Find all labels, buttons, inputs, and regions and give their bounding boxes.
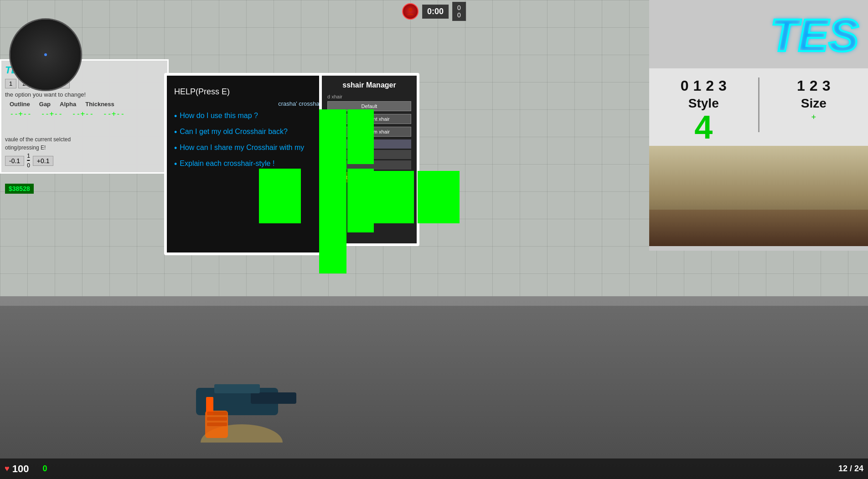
green-block-4 [347,169,374,232]
load-label: d xhair [327,94,411,99]
top-hud: 0:00 0 0 [398,0,470,23]
minimap [9,18,82,91]
svg-rect-9 [207,422,227,426]
green-block-3 [347,109,374,164]
svg-rect-3 [251,392,296,404]
green-block-2 [259,169,301,223]
ammo-display: 12 / 24 [838,464,863,474]
size-num-3: 3 [822,77,831,94]
size-num-2: 2 [810,77,818,94]
minimap-inner [10,20,81,90]
right-inset-view [649,146,868,246]
tes-text: TES [770,9,859,62]
health-value: 100 [12,463,29,475]
ammo-current: 12 [838,464,847,473]
svg-rect-8 [207,417,227,421]
style-big-number: 4 [658,111,749,144]
crosshair-sym-1: --+-- [10,109,31,118]
left-panel-prompt: the option you want to change! [5,91,164,98]
crosshair-size-icon: + [769,113,859,122]
bottom-hud: ♥ 100 0 12 / 24 [0,458,868,479]
help-item-4[interactable]: • Explain each crosshair-style ! [174,160,323,169]
bullet-2: • [174,128,177,137]
crosshair-sym-2: --+-- [41,109,62,118]
style-section: 0 1 2 3 Style 4 + [658,77,749,155]
help-board: HELP(Press E) crasha' crosshair • How do… [164,73,333,255]
style-num-0: 0 [681,77,689,94]
money-display: $38528 [5,184,34,194]
health-display: ♥ 100 [5,463,29,475]
manager-title: sshair Manager [327,81,411,89]
player-hands [160,274,342,479]
bullet-4: • [174,160,177,169]
svg-point-0 [408,8,412,11]
size-numbers: 1 2 3 [769,77,859,94]
value-section: vaule of the current selcted oting/press… [5,136,164,169]
bullet-3: • [174,144,177,153]
floor [0,306,868,479]
stepper-row: -0.1 1 0 +0.1 [5,153,164,169]
help-item-1[interactable]: • How do I use this map ? [174,112,323,121]
help-item-3[interactable]: • How can I share my Crosshair with my [174,144,323,153]
game-timer: 0:00 [422,5,449,19]
green-block-7 [319,232,346,273]
style-numbers: 0 1 2 3 [658,77,749,94]
size-num-1: 1 [797,77,805,94]
armor-display: 0 [42,464,47,474]
stepper-plus[interactable]: +0.1 [33,156,54,166]
green-block-6 [418,171,460,223]
style-num-2: 2 [706,77,714,94]
help-title-sub: (Press E) [196,87,230,96]
player-dot [44,53,47,56]
health-icon: ♥ [5,464,10,474]
weapon-svg [169,351,315,443]
help-title: HELP(Press E) [174,83,323,98]
size-section: 1 2 3 Size + [769,77,859,122]
crosshair-sym-4: --+-- [103,109,125,118]
style-num-3: 3 [718,77,727,94]
value-description: vaule of the current selcted [5,136,164,143]
crosshair-previews: --+-- --+-- --+-- --+-- [5,109,164,118]
bullet-1: • [174,112,177,121]
score-display: 0 0 [452,2,466,21]
help-subtitle: crasha' crosshair [174,100,323,107]
green-block-1 [319,109,346,232]
svg-rect-5 [214,384,260,393]
vertical-divider [758,77,760,132]
ct-team-icon [402,3,418,20]
ammo-separator: / [850,464,854,473]
columns-header: Outline Gap Alpha Thickness [5,101,164,108]
stepper-minus[interactable]: -0.1 [5,156,24,166]
crosshair-sym-3: --+-- [72,109,93,118]
size-label: Size [769,96,859,111]
svg-rect-7 [207,412,227,415]
ammo-reserve: 24 [854,464,863,473]
help-item-2[interactable]: • Can I get my old Crosshair back? [174,128,323,137]
stepper-fraction: 1 0 [27,153,30,169]
style-num-1: 1 [693,77,701,94]
action-description: oting/pressing E! [5,144,164,151]
green-block-5 [374,171,414,223]
